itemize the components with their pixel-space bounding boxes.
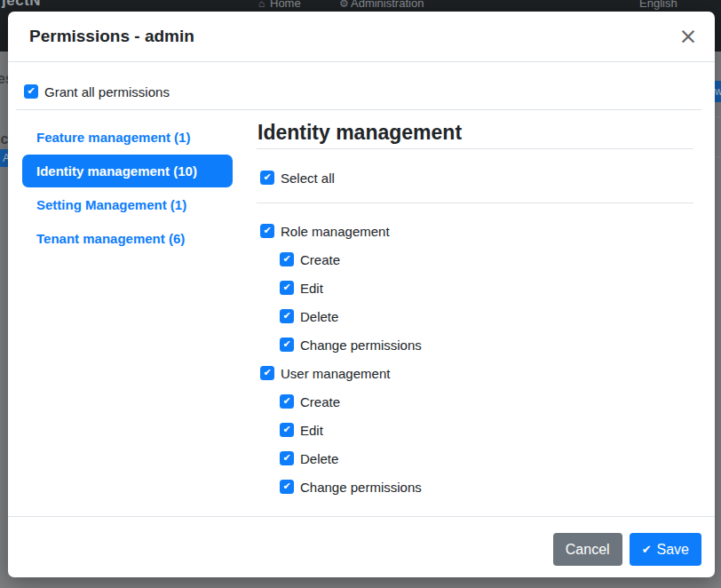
nav-item-language: English [639, 0, 677, 10]
background-new-role-button-fragment: w [714, 81, 721, 102]
background-table-border [714, 116, 721, 117]
permission-tree: ✔Role management✔Create✔Edit✔Delete✔Chan… [257, 217, 693, 501]
background-actions-button-fragment: A [0, 149, 8, 167]
checkbox-label-role-management[interactable]: Role management [281, 224, 390, 239]
checkbox-label-change-permissions[interactable]: Change permissions [300, 480, 422, 495]
checkbox-delete[interactable]: ✔ [280, 309, 294, 323]
tab-setting-management-1[interactable]: Setting Management (1) [22, 188, 233, 221]
checkbox-edit[interactable]: ✔ [280, 423, 294, 437]
footer-buttons: Cancel ✔ Save [553, 533, 701, 566]
checkbox-label-delete[interactable]: Delete [300, 309, 338, 324]
nav-item-administration: Administration [351, 0, 424, 10]
cancel-button[interactable]: Cancel [553, 533, 622, 566]
divider [257, 148, 693, 149]
checkbox-create[interactable]: ✔ [280, 394, 294, 409]
permission-group-tabs: Feature management (1)Identity managemen… [22, 121, 233, 256]
permissions-modal: Permissions - admin × ✔ Grant all permis… [8, 12, 715, 577]
modal-title: Permissions - admin [29, 27, 194, 46]
home-icon: ⌂ [258, 0, 265, 10]
select-all-row: ✔ Select all [257, 163, 693, 192]
checkbox-label-edit[interactable]: Edit [300, 423, 323, 438]
permission-row-edit: ✔Edit [257, 416, 693, 444]
tab-feature-management-1[interactable]: Feature management (1) [22, 121, 233, 154]
select-all-checkbox[interactable]: ✔ [260, 171, 274, 185]
grant-all-permissions-row: ✔ Grant all permissions [24, 77, 170, 106]
permission-row-change-permissions: ✔Change permissions [257, 330, 693, 359]
permission-row-create: ✔Create [257, 245, 693, 274]
divider [257, 203, 693, 203]
modal-footer: Cancel ✔ Save [8, 516, 715, 577]
checkbox-label-user-management[interactable]: User management [281, 366, 390, 381]
permission-row-delete: ✔Delete [257, 444, 693, 473]
permission-row-change-permissions: ✔Change permissions [257, 473, 693, 501]
checkbox-delete[interactable]: ✔ [280, 451, 294, 465]
grant-all-label[interactable]: Grant all permissions [44, 84, 170, 99]
checkbox-label-create[interactable]: Create [300, 394, 340, 409]
permission-row-role-management: ✔Role management [257, 217, 693, 245]
save-button[interactable]: ✔ Save [630, 533, 701, 566]
checkbox-edit[interactable]: ✔ [280, 281, 294, 295]
permission-row-user-management: ✔User management [257, 359, 693, 387]
nav-item-home: Home [270, 0, 301, 10]
close-icon[interactable]: × [673, 20, 703, 53]
permission-row-create: ✔Create [257, 387, 693, 416]
grant-all-checkbox[interactable]: ✔ [24, 84, 38, 99]
checkbox-label-delete[interactable]: Delete [300, 451, 338, 466]
checkbox-role-management[interactable]: ✔ [260, 224, 274, 238]
brand-logo: jectN [2, 0, 41, 10]
tab-tenant-management-6[interactable]: Tenant management (6) [22, 222, 233, 255]
modal-header: Permissions - admin × [8, 12, 715, 62]
permission-row-edit: ✔Edit [257, 274, 693, 302]
permission-panel: Identity management ✔ Select all ✔Role m… [257, 118, 693, 501]
checkbox-label-change-permissions[interactable]: Change permissions [300, 338, 422, 353]
checkbox-label-create[interactable]: Create [300, 252, 340, 267]
tab-identity-management-10[interactable]: Identity management (10) [22, 155, 233, 187]
background-table-border [714, 156, 721, 157]
checkbox-user-management[interactable]: ✔ [260, 366, 274, 380]
checkbox-change-permissions[interactable]: ✔ [280, 480, 294, 494]
checkbox-change-permissions[interactable]: ✔ [280, 338, 294, 352]
administration-icon: ⚙ [339, 0, 349, 10]
checkbox-label-edit[interactable]: Edit [300, 281, 323, 296]
background-table-header-fragment: ic [0, 131, 8, 147]
checkbox-create[interactable]: ✔ [280, 252, 294, 266]
save-button-label: Save [657, 542, 689, 558]
select-all-label[interactable]: Select all [281, 171, 335, 186]
divider [16, 109, 701, 110]
check-icon: ✔ [642, 543, 652, 556]
panel-title: Identity management [258, 118, 693, 147]
permission-row-delete: ✔Delete [257, 302, 693, 330]
